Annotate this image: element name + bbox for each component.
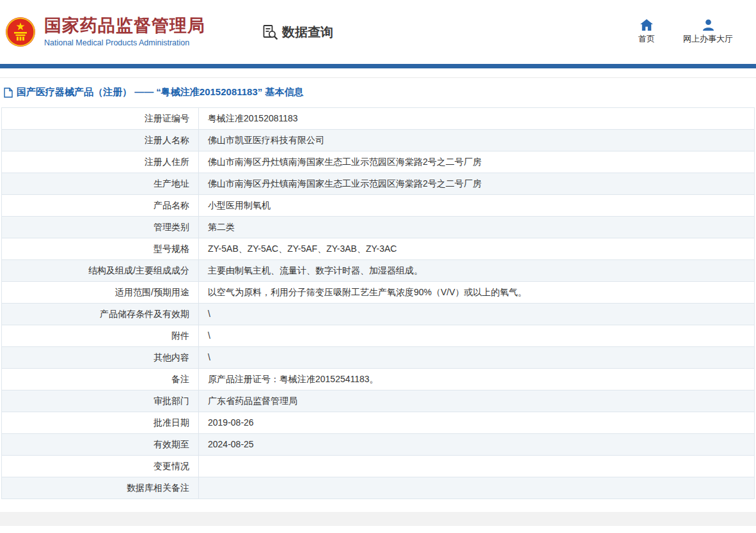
field-value: 小型医用制氧机 <box>199 195 755 217</box>
field-value: \ <box>199 325 755 347</box>
user-icon <box>702 19 714 31</box>
table-row: 注册人名称佛山市凯亚医疗科技有限公司 <box>2 130 755 151</box>
field-value: 佛山市凯亚医疗科技有限公司 <box>199 130 755 151</box>
table-row: 产品名称小型医用制氧机 <box>2 195 755 217</box>
header-divider-bar <box>0 64 756 68</box>
breadcrumb-title: 国产医疗器械产品（注册） —— “粤械注准20152081183” 基本信息 <box>17 86 303 98</box>
data-query-section[interactable]: 数据查询 <box>262 24 333 41</box>
footer-strip <box>0 512 756 526</box>
table-row: 有效期至2024-08-25 <box>2 434 755 456</box>
site-header: 国家药品监督管理局 National Medical Products Admi… <box>0 0 756 64</box>
nav-hall-label: 网上办事大厅 <box>683 33 733 45</box>
field-value <box>199 456 755 477</box>
field-value: 以空气为原料，利用分子筛变压吸附工艺生产氧浓度90%（V/V）或以上的氧气。 <box>199 282 755 304</box>
field-label: 数据库相关备注 <box>2 477 199 499</box>
table-row: 注册证编号粤械注准20152081183 <box>2 108 755 130</box>
field-label: 适用范围/预期用途 <box>2 282 199 304</box>
national-emblem-icon <box>5 17 36 47</box>
field-label: 变更情况 <box>2 456 199 477</box>
field-value: 粤械注准20152081183 <box>199 108 755 130</box>
table-row: 审批部门广东省药品监督管理局 <box>2 390 755 412</box>
field-label: 附件 <box>2 325 199 347</box>
field-value: 第二类 <box>199 217 755 238</box>
table-row: 数据库相关备注 <box>2 477 755 499</box>
field-label: 生产地址 <box>2 173 199 195</box>
field-label: 其他内容 <box>2 347 199 369</box>
org-name-en: National Medical Products Administration <box>44 38 205 47</box>
nmpa-emblem-logo <box>5 17 36 47</box>
field-value <box>199 477 755 499</box>
table-row: 变更情况 <box>2 456 755 477</box>
field-value: 主要由制氧主机、流量计、数字计时器、加湿器组成。 <box>199 260 755 282</box>
field-label: 备注 <box>2 369 199 390</box>
field-label: 产品储存条件及有效期 <box>2 304 199 325</box>
registration-info-table: 注册证编号粤械注准20152081183注册人名称佛山市凯亚医疗科技有限公司注册… <box>1 107 755 499</box>
home-icon <box>640 19 653 31</box>
table-row: 附件\ <box>2 325 755 347</box>
field-label: 产品名称 <box>2 195 199 217</box>
field-label: 注册人名称 <box>2 130 199 151</box>
table-row: 结构及组成/主要组成成分主要由制氧主机、流量计、数字计时器、加湿器组成。 <box>2 260 755 282</box>
table-row: 适用范围/预期用途以空气为原料，利用分子筛变压吸附工艺生产氧浓度90%（V/V）… <box>2 282 755 304</box>
field-value: \ <box>199 304 755 325</box>
field-label: 有效期至 <box>2 434 199 456</box>
field-label: 注册人住所 <box>2 151 199 173</box>
table-row: 生产地址佛山市南海区丹灶镇南海国家生态工业示范园区海棠路2号之二号厂房 <box>2 173 755 195</box>
table-row: 型号规格ZY-5AB、ZY-5AC、ZY-5AF、ZY-3AB、ZY-3AC <box>2 238 755 260</box>
content: 国产医疗器械产品（注册） —— “粤械注准20152081183” 基本信息 注… <box>0 78 756 499</box>
table-row: 产品储存条件及有效期\ <box>2 304 755 325</box>
field-value: ZY-5AB、ZY-5AC、ZY-5AF、ZY-3AB、ZY-3AC <box>199 238 755 260</box>
nav-service-hall[interactable]: 网上办事大厅 <box>683 19 733 45</box>
table-row: 批准日期2019-08-26 <box>2 412 755 434</box>
nav-home[interactable]: 首页 <box>638 19 655 45</box>
data-query-label: 数据查询 <box>282 24 333 41</box>
table-row: 管理类别第二类 <box>2 217 755 238</box>
nav-home-label: 首页 <box>638 33 655 45</box>
field-label: 型号规格 <box>2 238 199 260</box>
document-icon <box>4 88 13 98</box>
field-label: 结构及组成/主要组成成分 <box>2 260 199 282</box>
field-value: 原产品注册证号：粤械注准20152541183。 <box>199 369 755 390</box>
org-name-cn: 国家药品监督管理局 <box>44 17 205 36</box>
field-label: 管理类别 <box>2 217 199 238</box>
field-label: 批准日期 <box>2 412 199 434</box>
field-value: 佛山市南海区丹灶镇南海国家生态工业示范园区海棠路2号之二号厂房 <box>199 151 755 173</box>
field-value: 广东省药品监督管理局 <box>199 390 755 412</box>
field-value: 2024-08-25 <box>199 434 755 456</box>
field-value: 佛山市南海区丹灶镇南海国家生态工业示范园区海棠路2号之二号厂房 <box>199 173 755 195</box>
field-value: 2019-08-26 <box>199 412 755 434</box>
table-row: 其他内容\ <box>2 347 755 369</box>
field-value: \ <box>199 347 755 369</box>
table-row: 注册人住所佛山市南海区丹灶镇南海国家生态工业示范园区海棠路2号之二号厂房 <box>2 151 755 173</box>
field-label: 注册证编号 <box>2 108 199 130</box>
field-label: 审批部门 <box>2 390 199 412</box>
table-row: 备注原产品注册证号：粤械注准20152541183。 <box>2 369 755 390</box>
org-titles: 国家药品监督管理局 National Medical Products Admi… <box>44 17 205 47</box>
breadcrumb: 国产医疗器械产品（注册） —— “粤械注准20152081183” 基本信息 <box>0 78 756 106</box>
data-query-icon <box>262 24 279 41</box>
page: 国家药品监督管理局 National Medical Products Admi… <box>0 0 756 526</box>
top-nav: 首页 网上办事大厅 <box>638 19 756 45</box>
